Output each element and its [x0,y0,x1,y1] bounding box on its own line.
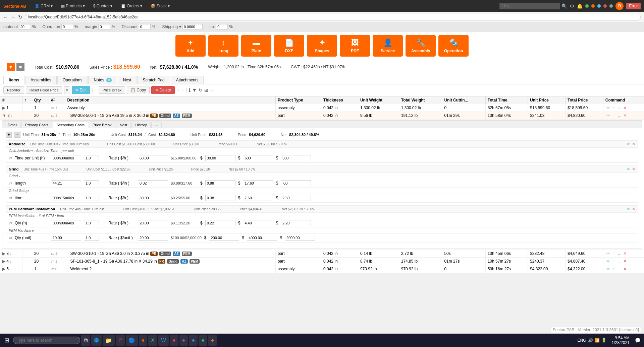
row-down-btn[interactable]: ↓ [617,113,621,118]
taskbar-explorer-btn[interactable]: 📁 [103,335,115,346]
taskbar-app4-btn[interactable]: ● [189,335,198,346]
row-down-btn[interactable]: ↓ [617,259,621,264]
grind-time-input[interactable] [51,195,81,201]
detail-tab-secondary[interactable]: Secondary Costs [53,122,88,128]
toolbar-i[interactable]: ℹ [189,87,191,93]
row-edit-btn[interactable]: ✏ [605,251,611,256]
row-edit-btn[interactable]: ✏ [605,105,611,111]
assembly-button[interactable]: 🔧 Assembly [406,35,436,57]
nav-products[interactable]: ▦ Products ▾ [58,2,88,10]
andodize-edit-icon[interactable]: ✏ [627,142,630,146]
andodize-time-input[interactable] [51,155,81,161]
row-copy-btn[interactable]: ↑ [612,105,616,111]
taskbar-chrome-btn[interactable]: 🔵 [126,335,138,346]
pem-dollar1-input[interactable] [205,220,235,226]
toolbar-minus[interactable]: − [181,87,184,93]
detail-tab-history[interactable]: History [131,122,150,128]
andodize-multiplier-input[interactable] [84,155,99,161]
taskbar-edge-btn[interactable]: 🌐 [91,335,102,346]
pem-dollar2-input[interactable] [209,235,239,241]
row-edit-btn[interactable]: ✏ [605,113,611,118]
andodize-val1-input[interactable] [243,155,273,161]
error-button[interactable]: Error [626,3,641,9]
row-copy-btn[interactable]: ↑ [612,266,616,272]
pem-edit-icon[interactable]: ✏ [627,207,630,211]
operation-button[interactable]: 🔩 Operation [438,35,469,57]
nav-logo[interactable]: SecturaFAB [3,3,26,9]
toolbar-refresh[interactable]: ↻ [199,87,203,93]
detail-tab-more[interactable]: ··· [151,122,162,128]
pem-val2-input[interactable] [281,220,311,226]
toolbar-filter[interactable]: ▼ [192,87,197,93]
detail-tab-nest[interactable]: Nest [116,122,131,128]
nav-search-input[interactable] [499,3,560,9]
andodize-val2-input[interactable] [281,155,311,161]
shapes-button[interactable]: ✦ Shapes [307,35,337,57]
taskbar-app6-btn[interactable]: ● [208,335,217,346]
col-sort[interactable]: ↑ [22,96,32,104]
reset-dropdown-btn[interactable]: ▾ [64,86,70,94]
row-delete-btn[interactable]: ✕ [622,266,628,272]
shipping-input[interactable] [182,24,203,29]
tab-assemblies[interactable]: Assemblies [25,76,56,84]
andodize-dollar1-input[interactable] [205,155,235,161]
sc-add-btn[interactable]: + [6,132,12,138]
detail-tab-pricebreak[interactable]: Price Break [89,122,115,128]
taskbar-search-input[interactable] [13,337,80,344]
grind-dollar2-input[interactable] [205,195,235,201]
taskbar-word-btn[interactable]: W [158,335,169,346]
detail-tab-detail[interactable]: Detail [4,122,21,128]
toolbar-ellipsis[interactable]: ⋯ [210,87,215,93]
grind-multiplier1-input[interactable] [84,180,99,186]
row-toggle[interactable]: ▶ [2,259,5,264]
grind-val2-input[interactable] [281,180,311,186]
row-delete-btn[interactable]: ✕ [622,105,628,111]
row-toggle[interactable]: ▶ [2,106,5,110]
tab-items[interactable]: Items [3,76,24,84]
taskbar-app5-btn[interactable]: ● [199,335,207,346]
copy-button[interactable]: 📋 Copy [127,86,150,94]
nav-stock[interactable]: 📦 Stock ▾ [147,2,173,10]
edit-button[interactable]: ✏ Edit [72,86,91,94]
grind-length-input[interactable] [51,180,81,186]
operation-input[interactable] [61,24,73,29]
search-nav-icon[interactable]: 🔍 [561,3,567,9]
pem-multiplier2-input[interactable] [84,235,99,241]
task-view-btn[interactable]: ⧉ [81,335,90,346]
delete-button[interactable]: ✕ Delete [151,86,175,94]
row-edit-btn[interactable]: ✏ [605,259,611,264]
notifications-nav-icon[interactable]: 🔔 [577,3,583,9]
pem-val3-input[interactable] [247,235,277,241]
reset-fixed-button[interactable]: Reset Fixed Price [26,86,62,94]
grind-rate1-input[interactable] [138,180,168,186]
toolbar-grid[interactable]: ⊞ [204,87,208,93]
pem-delete-icon[interactable]: ✕ [632,207,635,211]
row-delete-btn[interactable]: ✕ [622,259,628,264]
pem-val1-input[interactable] [243,220,273,226]
tab-attachments[interactable]: Attachments [171,76,204,84]
taskbar-app1-btn[interactable]: ● [139,335,148,346]
collapse-nav-btn[interactable]: ▼ [7,63,15,71]
pem-multiplier1-input[interactable] [84,220,99,226]
url-input[interactable] [25,14,641,20]
taskbar-app3-btn[interactable]: ● [179,335,188,346]
tab-operations[interactable]: Operations [57,76,88,84]
tab-nest[interactable]: Nest [118,76,137,84]
row-toggle[interactable]: ▶ [2,251,5,256]
dxf-button[interactable]: 📄 DXF [274,35,304,57]
grind-dollar1-input[interactable] [205,180,235,186]
add-button[interactable]: + Add [175,35,206,57]
grind-val1-input[interactable] [243,180,273,186]
row-copy-btn[interactable]: ↑ [612,113,616,118]
grind-multiplier2-input[interactable] [84,195,99,201]
settings-nav-icon[interactable]: ⚙ [570,3,574,9]
taskbar-app2-btn[interactable]: ● [170,335,178,346]
row-delete-btn[interactable]: ✕ [622,113,628,118]
grind-edit-icon[interactable]: ✏ [627,167,630,171]
row-edit-btn[interactable]: ✏ [605,266,611,272]
taskbar-excel-btn[interactable]: X [148,335,157,346]
pem-qty-unit-input[interactable] [51,235,81,241]
material-input[interactable] [19,24,31,29]
price-break-button[interactable]: Price Break [99,86,125,94]
tab-notes[interactable]: Notes 0 [88,76,117,84]
